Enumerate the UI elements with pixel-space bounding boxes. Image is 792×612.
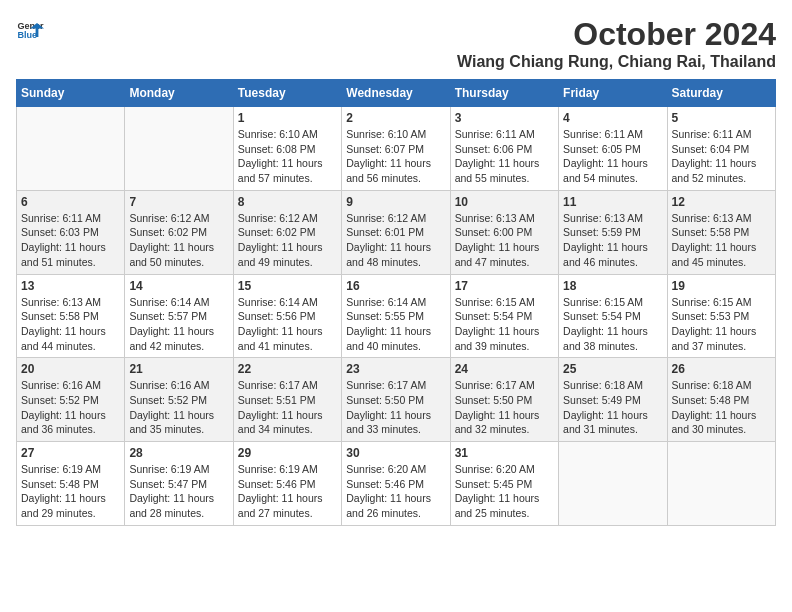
day-number: 22 xyxy=(238,362,337,376)
day-number: 20 xyxy=(21,362,120,376)
day-number: 27 xyxy=(21,446,120,460)
day-number: 9 xyxy=(346,195,445,209)
day-number: 31 xyxy=(455,446,554,460)
calendar-cell: 2Sunrise: 6:10 AM Sunset: 6:07 PM Daylig… xyxy=(342,107,450,191)
calendar-cell: 15Sunrise: 6:14 AM Sunset: 5:56 PM Dayli… xyxy=(233,274,341,358)
week-row-3: 13Sunrise: 6:13 AM Sunset: 5:58 PM Dayli… xyxy=(17,274,776,358)
cell-info: Sunrise: 6:12 AM Sunset: 6:02 PM Dayligh… xyxy=(129,211,228,270)
day-number: 26 xyxy=(672,362,771,376)
day-number: 17 xyxy=(455,279,554,293)
logo: General Blue xyxy=(16,16,44,44)
weekday-header-tuesday: Tuesday xyxy=(233,80,341,107)
day-number: 23 xyxy=(346,362,445,376)
day-number: 18 xyxy=(563,279,662,293)
day-number: 1 xyxy=(238,111,337,125)
cell-info: Sunrise: 6:19 AM Sunset: 5:47 PM Dayligh… xyxy=(129,462,228,521)
cell-info: Sunrise: 6:11 AM Sunset: 6:06 PM Dayligh… xyxy=(455,127,554,186)
month-title: October 2024 xyxy=(457,16,776,53)
calendar-cell: 22Sunrise: 6:17 AM Sunset: 5:51 PM Dayli… xyxy=(233,358,341,442)
cell-info: Sunrise: 6:14 AM Sunset: 5:55 PM Dayligh… xyxy=(346,295,445,354)
weekday-header-row: SundayMondayTuesdayWednesdayThursdayFrid… xyxy=(17,80,776,107)
calendar-cell: 3Sunrise: 6:11 AM Sunset: 6:06 PM Daylig… xyxy=(450,107,558,191)
cell-info: Sunrise: 6:16 AM Sunset: 5:52 PM Dayligh… xyxy=(129,378,228,437)
calendar-cell: 6Sunrise: 6:11 AM Sunset: 6:03 PM Daylig… xyxy=(17,190,125,274)
calendar-cell: 24Sunrise: 6:17 AM Sunset: 5:50 PM Dayli… xyxy=(450,358,558,442)
day-number: 29 xyxy=(238,446,337,460)
calendar-cell: 25Sunrise: 6:18 AM Sunset: 5:49 PM Dayli… xyxy=(559,358,667,442)
calendar-cell: 31Sunrise: 6:20 AM Sunset: 5:45 PM Dayli… xyxy=(450,442,558,526)
weekday-header-thursday: Thursday xyxy=(450,80,558,107)
day-number: 2 xyxy=(346,111,445,125)
weekday-header-monday: Monday xyxy=(125,80,233,107)
location-title: Wiang Chiang Rung, Chiang Rai, Thailand xyxy=(457,53,776,71)
cell-info: Sunrise: 6:14 AM Sunset: 5:57 PM Dayligh… xyxy=(129,295,228,354)
day-number: 4 xyxy=(563,111,662,125)
cell-info: Sunrise: 6:13 AM Sunset: 5:58 PM Dayligh… xyxy=(672,211,771,270)
cell-info: Sunrise: 6:11 AM Sunset: 6:03 PM Dayligh… xyxy=(21,211,120,270)
calendar-cell: 29Sunrise: 6:19 AM Sunset: 5:46 PM Dayli… xyxy=(233,442,341,526)
week-row-5: 27Sunrise: 6:19 AM Sunset: 5:48 PM Dayli… xyxy=(17,442,776,526)
calendar-cell: 30Sunrise: 6:20 AM Sunset: 5:46 PM Dayli… xyxy=(342,442,450,526)
calendar-cell: 7Sunrise: 6:12 AM Sunset: 6:02 PM Daylig… xyxy=(125,190,233,274)
cell-info: Sunrise: 6:17 AM Sunset: 5:50 PM Dayligh… xyxy=(455,378,554,437)
cell-info: Sunrise: 6:20 AM Sunset: 5:46 PM Dayligh… xyxy=(346,462,445,521)
calendar-cell: 4Sunrise: 6:11 AM Sunset: 6:05 PM Daylig… xyxy=(559,107,667,191)
day-number: 28 xyxy=(129,446,228,460)
cell-info: Sunrise: 6:12 AM Sunset: 6:02 PM Dayligh… xyxy=(238,211,337,270)
day-number: 8 xyxy=(238,195,337,209)
cell-info: Sunrise: 6:15 AM Sunset: 5:53 PM Dayligh… xyxy=(672,295,771,354)
cell-info: Sunrise: 6:20 AM Sunset: 5:45 PM Dayligh… xyxy=(455,462,554,521)
cell-info: Sunrise: 6:10 AM Sunset: 6:07 PM Dayligh… xyxy=(346,127,445,186)
calendar-cell: 5Sunrise: 6:11 AM Sunset: 6:04 PM Daylig… xyxy=(667,107,775,191)
calendar-cell: 10Sunrise: 6:13 AM Sunset: 6:00 PM Dayli… xyxy=(450,190,558,274)
header: General Blue October 2024 Wiang Chiang R… xyxy=(16,16,776,71)
day-number: 5 xyxy=(672,111,771,125)
cell-info: Sunrise: 6:19 AM Sunset: 5:48 PM Dayligh… xyxy=(21,462,120,521)
cell-info: Sunrise: 6:17 AM Sunset: 5:50 PM Dayligh… xyxy=(346,378,445,437)
week-row-4: 20Sunrise: 6:16 AM Sunset: 5:52 PM Dayli… xyxy=(17,358,776,442)
calendar-cell: 19Sunrise: 6:15 AM Sunset: 5:53 PM Dayli… xyxy=(667,274,775,358)
day-number: 16 xyxy=(346,279,445,293)
calendar-cell: 12Sunrise: 6:13 AM Sunset: 5:58 PM Dayli… xyxy=(667,190,775,274)
day-number: 14 xyxy=(129,279,228,293)
title-area: October 2024 Wiang Chiang Rung, Chiang R… xyxy=(457,16,776,71)
cell-info: Sunrise: 6:10 AM Sunset: 6:08 PM Dayligh… xyxy=(238,127,337,186)
cell-info: Sunrise: 6:17 AM Sunset: 5:51 PM Dayligh… xyxy=(238,378,337,437)
weekday-header-saturday: Saturday xyxy=(667,80,775,107)
cell-info: Sunrise: 6:13 AM Sunset: 5:59 PM Dayligh… xyxy=(563,211,662,270)
calendar-cell xyxy=(667,442,775,526)
calendar-cell xyxy=(125,107,233,191)
calendar-cell: 20Sunrise: 6:16 AM Sunset: 5:52 PM Dayli… xyxy=(17,358,125,442)
calendar-cell xyxy=(17,107,125,191)
calendar-cell: 17Sunrise: 6:15 AM Sunset: 5:54 PM Dayli… xyxy=(450,274,558,358)
cell-info: Sunrise: 6:18 AM Sunset: 5:49 PM Dayligh… xyxy=(563,378,662,437)
calendar-cell: 23Sunrise: 6:17 AM Sunset: 5:50 PM Dayli… xyxy=(342,358,450,442)
calendar-cell: 14Sunrise: 6:14 AM Sunset: 5:57 PM Dayli… xyxy=(125,274,233,358)
day-number: 24 xyxy=(455,362,554,376)
calendar-cell: 26Sunrise: 6:18 AM Sunset: 5:48 PM Dayli… xyxy=(667,358,775,442)
cell-info: Sunrise: 6:15 AM Sunset: 5:54 PM Dayligh… xyxy=(563,295,662,354)
day-number: 21 xyxy=(129,362,228,376)
cell-info: Sunrise: 6:11 AM Sunset: 6:04 PM Dayligh… xyxy=(672,127,771,186)
cell-info: Sunrise: 6:14 AM Sunset: 5:56 PM Dayligh… xyxy=(238,295,337,354)
calendar-cell: 8Sunrise: 6:12 AM Sunset: 6:02 PM Daylig… xyxy=(233,190,341,274)
weekday-header-sunday: Sunday xyxy=(17,80,125,107)
day-number: 6 xyxy=(21,195,120,209)
day-number: 3 xyxy=(455,111,554,125)
logo-icon: General Blue xyxy=(16,16,44,44)
calendar-cell xyxy=(559,442,667,526)
cell-info: Sunrise: 6:18 AM Sunset: 5:48 PM Dayligh… xyxy=(672,378,771,437)
day-number: 19 xyxy=(672,279,771,293)
day-number: 11 xyxy=(563,195,662,209)
cell-info: Sunrise: 6:15 AM Sunset: 5:54 PM Dayligh… xyxy=(455,295,554,354)
svg-text:Blue: Blue xyxy=(17,30,37,40)
calendar-cell: 27Sunrise: 6:19 AM Sunset: 5:48 PM Dayli… xyxy=(17,442,125,526)
cell-info: Sunrise: 6:19 AM Sunset: 5:46 PM Dayligh… xyxy=(238,462,337,521)
calendar-cell: 21Sunrise: 6:16 AM Sunset: 5:52 PM Dayli… xyxy=(125,358,233,442)
cell-info: Sunrise: 6:11 AM Sunset: 6:05 PM Dayligh… xyxy=(563,127,662,186)
week-row-1: 1Sunrise: 6:10 AM Sunset: 6:08 PM Daylig… xyxy=(17,107,776,191)
day-number: 10 xyxy=(455,195,554,209)
day-number: 13 xyxy=(21,279,120,293)
calendar-cell: 13Sunrise: 6:13 AM Sunset: 5:58 PM Dayli… xyxy=(17,274,125,358)
day-number: 15 xyxy=(238,279,337,293)
